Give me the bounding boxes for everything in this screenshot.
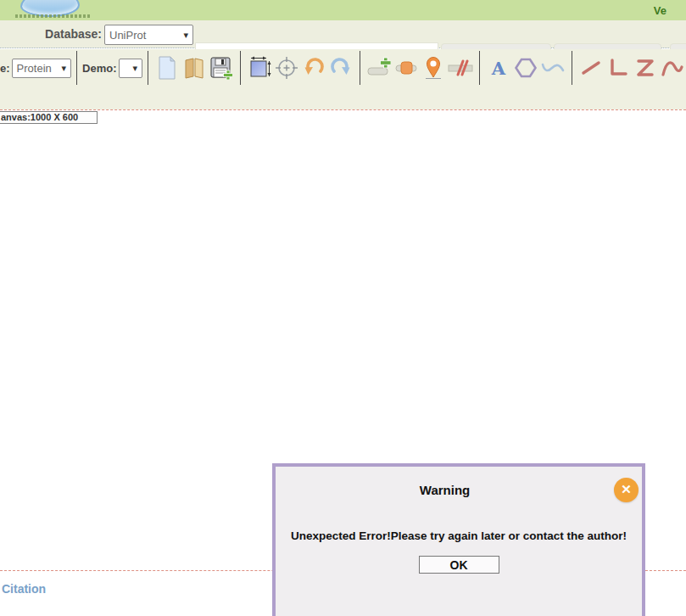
citation-link[interactable]: Citation: [2, 582, 46, 596]
database-select[interactable]: UniProt ▾: [104, 25, 193, 45]
demo-label: Demo:: [82, 62, 116, 75]
draw-z-line-icon[interactable]: [633, 54, 658, 81]
toolbar-separator: [148, 51, 148, 85]
undo-icon[interactable]: [301, 54, 326, 81]
chevron-down-icon: ▾: [132, 64, 137, 73]
logo-tagline: [15, 14, 90, 18]
draw-l-line-icon[interactable]: [605, 54, 631, 81]
toolbar-separator: [360, 51, 360, 85]
header-bar: Ve: [0, 0, 686, 20]
hexagon-shape-icon[interactable]: [513, 54, 538, 81]
center-target-icon[interactable]: [274, 54, 299, 81]
canvas-size-icon[interactable]: [247, 54, 272, 81]
version-text: Ve: [654, 4, 666, 17]
dialog-title: Warning: [276, 483, 614, 497]
new-document-icon[interactable]: [154, 54, 180, 81]
add-marker-icon[interactable]: [421, 54, 446, 81]
chevron-down-icon: ▾: [183, 31, 188, 40]
draw-curve-icon[interactable]: [660, 54, 685, 81]
ok-button[interactable]: OK: [419, 556, 499, 574]
toolbar-separator: [76, 51, 77, 85]
type-select[interactable]: Protein ▾: [12, 59, 71, 78]
toolbar-separator: [572, 51, 572, 85]
demo-select[interactable]: ▾: [119, 59, 143, 78]
warning-dialog: Warning ✕ Unexpected Error!Please try ag…: [272, 463, 645, 616]
close-icon[interactable]: ✕: [614, 478, 639, 502]
database-label: Database:: [44, 27, 102, 41]
redo-icon[interactable]: [328, 54, 354, 81]
text-icon[interactable]: A: [486, 54, 511, 81]
toolbar: e: Protein ▾ Demo: ▾: [0, 49, 686, 109]
dialog-message: Unexpected Error!Please try again later …: [276, 529, 642, 542]
toolbar-separator: [240, 51, 241, 85]
toolbar-separator: [479, 51, 480, 85]
chevron-down-icon: ▾: [62, 64, 67, 73]
sequence-break-icon[interactable]: [448, 54, 473, 81]
add-domain-icon[interactable]: [393, 54, 419, 81]
add-bar-icon[interactable]: [366, 54, 392, 81]
database-select-value: UniProt: [109, 29, 146, 42]
type-select-value: Protein: [17, 62, 52, 75]
wave-shape-icon[interactable]: [540, 54, 566, 81]
canvas-size-label: anvas:1000 X 600: [0, 111, 98, 124]
draw-line-icon[interactable]: [578, 54, 604, 81]
app-screen: Ve Database: UniProt ▾ Search Option e: …: [0, 0, 686, 616]
type-label: e:: [0, 62, 10, 75]
search-bar: Database: UniProt ▾ Search Option: [0, 20, 686, 48]
open-file-icon[interactable]: [181, 54, 207, 81]
save-icon[interactable]: [209, 54, 234, 81]
